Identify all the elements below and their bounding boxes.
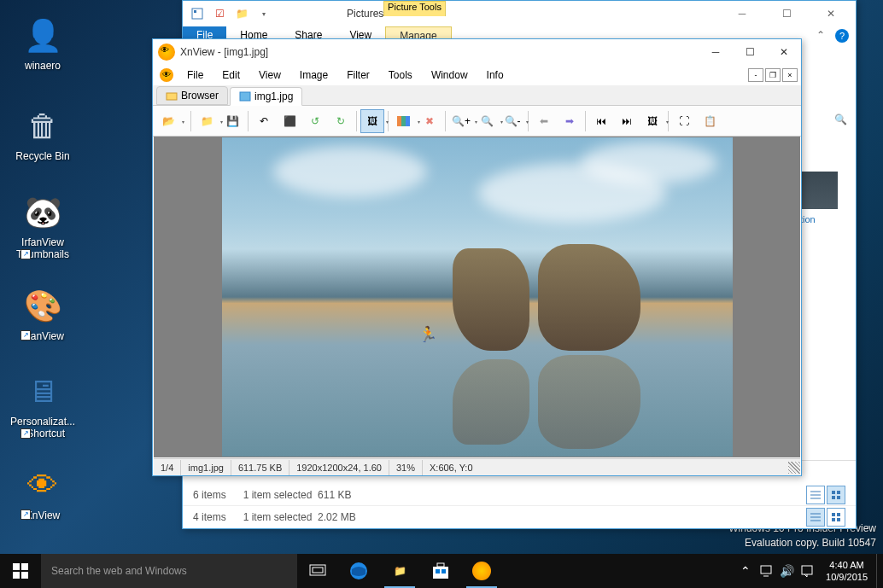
desktop-icon-recycle-bin[interactable]: 🗑Recycle Bin bbox=[10, 106, 75, 162]
maximize-button[interactable]: ☐ bbox=[733, 41, 767, 63]
ribbon-collapse-icon[interactable]: ⌃ bbox=[810, 26, 832, 45]
explorer-thumbnail[interactable] bbox=[800, 172, 838, 209]
qat-check-icon[interactable]: ☑ bbox=[210, 4, 229, 23]
zoom-button[interactable]: 🔍 bbox=[475, 109, 499, 133]
explorer-preview-pane: tion bbox=[800, 52, 847, 456]
taskbar-explorer-icon[interactable]: 📁 bbox=[379, 554, 420, 588]
desktop-icon-winaero[interactable]: 👤winaero bbox=[10, 15, 75, 72]
status-index: 1/4 bbox=[154, 460, 181, 475]
xnview-title: XnView - [img1.jpg] bbox=[180, 46, 699, 58]
taskbar-edge-icon[interactable] bbox=[338, 554, 379, 588]
svg-rect-24 bbox=[21, 572, 28, 579]
xnview-titlebar[interactable]: XnView - [img1.jpg] ─ ☐ ✕ bbox=[153, 39, 801, 65]
next-button[interactable]: ➡ bbox=[558, 109, 582, 133]
explorer-title: Pictures bbox=[347, 8, 383, 20]
task-view-button[interactable] bbox=[297, 554, 338, 588]
tray-volume-icon[interactable]: 🔊 bbox=[776, 554, 797, 588]
browse-button[interactable]: 📁 bbox=[195, 109, 219, 133]
zoom-in-button[interactable]: 🔍+ bbox=[449, 109, 473, 133]
tray-network-icon[interactable] bbox=[756, 554, 776, 588]
qat-folder-icon[interactable]: 📁 bbox=[232, 4, 251, 23]
taskbar-xnview-icon[interactable] bbox=[461, 554, 502, 588]
xnview-window[interactable]: XnView - [img1.jpg] ─ ☐ ✕ File Edit View… bbox=[152, 38, 802, 476]
menu-edit[interactable]: Edit bbox=[213, 67, 249, 83]
desktop-icon-xnview[interactable]: 👁↗XnView bbox=[10, 465, 75, 521]
svg-rect-12 bbox=[832, 513, 835, 516]
xnview-toolbar: 📂 📁 💾 ↶ ⬛ ↺ ↻ 🖼 ✖ 🔍+ 🔍 🔍- ⬅ ➡ ⏮ ⏭ 🖼 ⛶ 📋 bbox=[153, 106, 801, 137]
mdi-minimize-button[interactable]: - bbox=[748, 68, 763, 82]
folder-icon bbox=[166, 90, 178, 102]
minimize-button[interactable]: ─ bbox=[722, 1, 762, 26]
tab-label: Browser bbox=[181, 90, 219, 102]
prev-button[interactable]: ⬅ bbox=[532, 109, 556, 133]
desktop-icon-irfanview[interactable]: 🎨↗IrfanView bbox=[10, 286, 75, 342]
menu-window[interactable]: Window bbox=[423, 67, 477, 83]
qat-dropdown-icon[interactable]: ▾ bbox=[254, 4, 273, 23]
svg-rect-22 bbox=[21, 563, 28, 570]
tray-notifications-icon[interactable] bbox=[797, 554, 817, 588]
svg-rect-29 bbox=[437, 563, 444, 567]
menu-filter[interactable]: Filter bbox=[338, 67, 378, 83]
rotate-right-button[interactable]: ↻ bbox=[329, 109, 353, 133]
zoom-out-button[interactable]: 🔍- bbox=[500, 109, 524, 133]
desktop-icon-personalizat-shortcut[interactable]: 🖥↗Personalizat... - Shortcut bbox=[10, 371, 75, 440]
tab-browser[interactable]: Browser bbox=[156, 86, 228, 105]
taskbar-search[interactable]: Search the web and Windows bbox=[41, 554, 297, 588]
last-page-button[interactable]: ⏭ bbox=[615, 109, 639, 133]
tray-overflow-icon[interactable]: ⌃ bbox=[735, 554, 756, 588]
adjust-button[interactable] bbox=[392, 109, 416, 133]
minimize-button[interactable]: ─ bbox=[699, 41, 733, 63]
svg-rect-7 bbox=[832, 496, 835, 499]
status-selection-2: 1 item selected 2.02 MB bbox=[243, 511, 356, 523]
menu-view[interactable]: View bbox=[250, 67, 289, 83]
close-button[interactable]: ✕ bbox=[811, 1, 851, 26]
slideshow-button[interactable]: 🖼 bbox=[640, 109, 664, 133]
open-button[interactable]: 📂 bbox=[156, 109, 180, 133]
red-eye-button[interactable]: ✖ bbox=[418, 109, 442, 133]
svg-rect-14 bbox=[832, 518, 835, 521]
svg-rect-20 bbox=[406, 116, 410, 126]
menu-image[interactable]: Image bbox=[291, 67, 336, 83]
svg-rect-0 bbox=[192, 9, 202, 19]
start-button[interactable] bbox=[0, 554, 41, 588]
first-page-button[interactable]: ⏮ bbox=[589, 109, 613, 133]
save-button[interactable]: 💾 bbox=[220, 109, 244, 133]
acquire-button[interactable]: 📋 bbox=[698, 109, 722, 133]
svg-rect-26 bbox=[313, 568, 323, 573]
rotate-left-button[interactable]: ↺ bbox=[303, 109, 327, 133]
crop-button[interactable]: ⬛ bbox=[278, 109, 301, 133]
help-icon[interactable]: ? bbox=[835, 29, 849, 43]
tab-image[interactable]: img1.jpg bbox=[230, 87, 302, 106]
image-viewport[interactable] bbox=[154, 137, 800, 457]
xnview-app-icon bbox=[158, 44, 175, 61]
taskbar-store-icon[interactable] bbox=[420, 554, 461, 588]
qat-properties-icon[interactable] bbox=[188, 4, 207, 23]
view-thumbnails-button-2[interactable] bbox=[827, 508, 845, 527]
explorer-search-icon[interactable]: 🔍 bbox=[804, 114, 847, 125]
mdi-close-button[interactable]: × bbox=[782, 68, 798, 82]
fullscreen-button[interactable]: ⛶ bbox=[672, 109, 696, 133]
svg-rect-19 bbox=[401, 116, 406, 126]
system-tray: ⌃ 🔊 4:40 AM 10/9/2015 bbox=[735, 554, 883, 588]
mdi-restore-button[interactable]: ❐ bbox=[765, 68, 781, 82]
fit-image-button[interactable]: 🖼 bbox=[360, 109, 384, 133]
close-button[interactable]: ✕ bbox=[767, 41, 801, 63]
undo-button[interactable]: ↶ bbox=[252, 109, 276, 133]
svg-rect-34 bbox=[802, 566, 812, 574]
view-thumbnails-button[interactable] bbox=[827, 486, 845, 504]
menu-file[interactable]: File bbox=[178, 67, 212, 83]
status-filesize: 611.75 KB bbox=[231, 460, 289, 475]
desktop-icon-irfanview-thumbnails[interactable]: 🐼↗IrfanView Thumbnails bbox=[10, 192, 75, 261]
explorer-titlebar[interactable]: ☑ 📁 ▾ Pictures ─ ☐ ✕ bbox=[183, 1, 856, 26]
view-details-button[interactable] bbox=[806, 486, 825, 504]
svg-rect-28 bbox=[433, 567, 448, 579]
show-desktop-button[interactable] bbox=[876, 554, 881, 588]
svg-rect-31 bbox=[442, 569, 446, 573]
taskbar-clock[interactable]: 4:40 AM 10/9/2015 bbox=[817, 559, 876, 584]
menu-tools[interactable]: Tools bbox=[380, 67, 421, 83]
maximize-button[interactable]: ☐ bbox=[767, 1, 806, 26]
view-details-button-2[interactable] bbox=[806, 508, 825, 527]
resize-grip[interactable] bbox=[788, 462, 800, 474]
menu-info[interactable]: Info bbox=[478, 67, 512, 83]
taskbar[interactable]: Search the web and Windows 📁 ⌃ 🔊 4:40 AM… bbox=[0, 554, 883, 588]
